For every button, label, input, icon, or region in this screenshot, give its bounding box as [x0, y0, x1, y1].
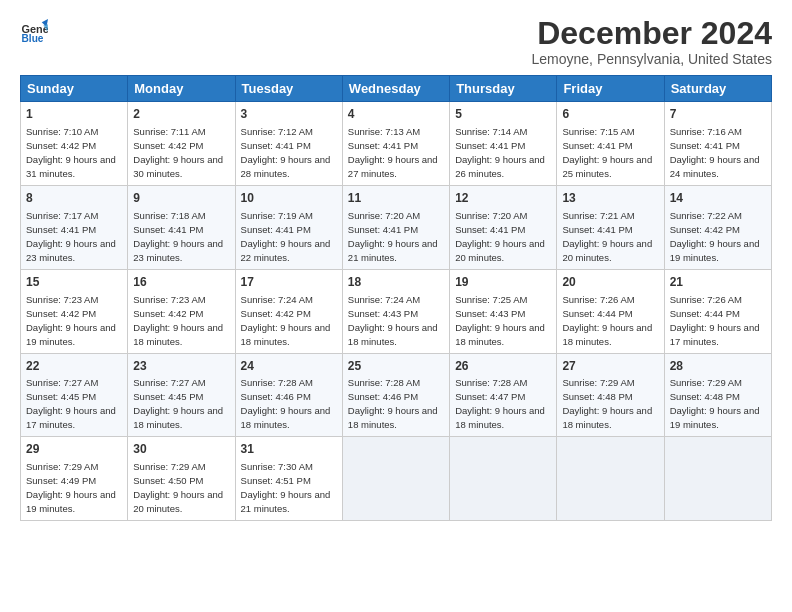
day-number: 3: [241, 106, 337, 123]
cell-0-3: 4Sunrise: 7:13 AMSunset: 4:41 PMDaylight…: [342, 102, 449, 186]
cell-sun-info: Sunrise: 7:27 AMSunset: 4:45 PMDaylight:…: [26, 377, 116, 430]
cell-0-1: 2Sunrise: 7:11 AMSunset: 4:42 PMDaylight…: [128, 102, 235, 186]
cell-1-5: 13Sunrise: 7:21 AMSunset: 4:41 PMDayligh…: [557, 185, 664, 269]
cell-sun-info: Sunrise: 7:28 AMSunset: 4:47 PMDaylight:…: [455, 377, 545, 430]
day-number: 25: [348, 358, 444, 375]
cell-sun-info: Sunrise: 7:17 AMSunset: 4:41 PMDaylight:…: [26, 210, 116, 263]
day-number: 12: [455, 190, 551, 207]
calendar-header: Sunday Monday Tuesday Wednesday Thursday…: [21, 76, 772, 102]
cell-3-1: 23Sunrise: 7:27 AMSunset: 4:45 PMDayligh…: [128, 353, 235, 437]
svg-text:Blue: Blue: [22, 33, 44, 44]
cell-3-0: 22Sunrise: 7:27 AMSunset: 4:45 PMDayligh…: [21, 353, 128, 437]
cell-sun-info: Sunrise: 7:18 AMSunset: 4:41 PMDaylight:…: [133, 210, 223, 263]
cell-sun-info: Sunrise: 7:29 AMSunset: 4:48 PMDaylight:…: [562, 377, 652, 430]
cell-sun-info: Sunrise: 7:21 AMSunset: 4:41 PMDaylight:…: [562, 210, 652, 263]
day-number: 24: [241, 358, 337, 375]
cell-sun-info: Sunrise: 7:26 AMSunset: 4:44 PMDaylight:…: [670, 294, 760, 347]
day-number: 29: [26, 441, 122, 458]
day-number: 8: [26, 190, 122, 207]
cell-sun-info: Sunrise: 7:16 AMSunset: 4:41 PMDaylight:…: [670, 126, 760, 179]
cell-sun-info: Sunrise: 7:22 AMSunset: 4:42 PMDaylight:…: [670, 210, 760, 263]
cell-sun-info: Sunrise: 7:15 AMSunset: 4:41 PMDaylight:…: [562, 126, 652, 179]
day-number: 14: [670, 190, 766, 207]
title-area: December 2024 Lemoyne, Pennsylvania, Uni…: [532, 16, 772, 67]
day-number: 23: [133, 358, 229, 375]
day-number: 4: [348, 106, 444, 123]
cell-3-2: 24Sunrise: 7:28 AMSunset: 4:46 PMDayligh…: [235, 353, 342, 437]
cell-sun-info: Sunrise: 7:23 AMSunset: 4:42 PMDaylight:…: [133, 294, 223, 347]
cell-sun-info: Sunrise: 7:26 AMSunset: 4:44 PMDaylight:…: [562, 294, 652, 347]
cell-sun-info: Sunrise: 7:20 AMSunset: 4:41 PMDaylight:…: [455, 210, 545, 263]
cell-4-5: [557, 437, 664, 521]
cell-sun-info: Sunrise: 7:29 AMSunset: 4:48 PMDaylight:…: [670, 377, 760, 430]
cell-sun-info: Sunrise: 7:29 AMSunset: 4:49 PMDaylight:…: [26, 461, 116, 514]
cell-1-4: 12Sunrise: 7:20 AMSunset: 4:41 PMDayligh…: [450, 185, 557, 269]
col-friday: Friday: [557, 76, 664, 102]
cell-4-6: [664, 437, 771, 521]
cell-4-2: 31Sunrise: 7:30 AMSunset: 4:51 PMDayligh…: [235, 437, 342, 521]
day-number: 28: [670, 358, 766, 375]
header: General Blue December 2024 Lemoyne, Penn…: [20, 16, 772, 67]
week-row-5: 29Sunrise: 7:29 AMSunset: 4:49 PMDayligh…: [21, 437, 772, 521]
cell-sun-info: Sunrise: 7:24 AMSunset: 4:42 PMDaylight:…: [241, 294, 331, 347]
cell-1-2: 10Sunrise: 7:19 AMSunset: 4:41 PMDayligh…: [235, 185, 342, 269]
day-number: 19: [455, 274, 551, 291]
cell-0-6: 7Sunrise: 7:16 AMSunset: 4:41 PMDaylight…: [664, 102, 771, 186]
cell-4-3: [342, 437, 449, 521]
col-sunday: Sunday: [21, 76, 128, 102]
day-number: 27: [562, 358, 658, 375]
cell-2-4: 19Sunrise: 7:25 AMSunset: 4:43 PMDayligh…: [450, 269, 557, 353]
cell-sun-info: Sunrise: 7:28 AMSunset: 4:46 PMDaylight:…: [241, 377, 331, 430]
cell-sun-info: Sunrise: 7:20 AMSunset: 4:41 PMDaylight:…: [348, 210, 438, 263]
day-number: 16: [133, 274, 229, 291]
cell-sun-info: Sunrise: 7:12 AMSunset: 4:41 PMDaylight:…: [241, 126, 331, 179]
cell-sun-info: Sunrise: 7:30 AMSunset: 4:51 PMDaylight:…: [241, 461, 331, 514]
day-number: 10: [241, 190, 337, 207]
cell-sun-info: Sunrise: 7:25 AMSunset: 4:43 PMDaylight:…: [455, 294, 545, 347]
cell-2-6: 21Sunrise: 7:26 AMSunset: 4:44 PMDayligh…: [664, 269, 771, 353]
day-number: 31: [241, 441, 337, 458]
day-number: 9: [133, 190, 229, 207]
day-number: 18: [348, 274, 444, 291]
col-monday: Monday: [128, 76, 235, 102]
day-number: 15: [26, 274, 122, 291]
cell-1-1: 9Sunrise: 7:18 AMSunset: 4:41 PMDaylight…: [128, 185, 235, 269]
day-number: 30: [133, 441, 229, 458]
day-number: 13: [562, 190, 658, 207]
week-row-4: 22Sunrise: 7:27 AMSunset: 4:45 PMDayligh…: [21, 353, 772, 437]
cell-3-4: 26Sunrise: 7:28 AMSunset: 4:47 PMDayligh…: [450, 353, 557, 437]
day-number: 22: [26, 358, 122, 375]
cell-sun-info: Sunrise: 7:10 AMSunset: 4:42 PMDaylight:…: [26, 126, 116, 179]
cell-4-1: 30Sunrise: 7:29 AMSunset: 4:50 PMDayligh…: [128, 437, 235, 521]
day-number: 5: [455, 106, 551, 123]
location: Lemoyne, Pennsylvania, United States: [532, 51, 772, 67]
cell-sun-info: Sunrise: 7:28 AMSunset: 4:46 PMDaylight:…: [348, 377, 438, 430]
logo-icon: General Blue: [20, 16, 48, 44]
day-number: 6: [562, 106, 658, 123]
calendar-table: Sunday Monday Tuesday Wednesday Thursday…: [20, 75, 772, 521]
cell-sun-info: Sunrise: 7:27 AMSunset: 4:45 PMDaylight:…: [133, 377, 223, 430]
cell-3-5: 27Sunrise: 7:29 AMSunset: 4:48 PMDayligh…: [557, 353, 664, 437]
cell-4-0: 29Sunrise: 7:29 AMSunset: 4:49 PMDayligh…: [21, 437, 128, 521]
cell-1-0: 8Sunrise: 7:17 AMSunset: 4:41 PMDaylight…: [21, 185, 128, 269]
col-wednesday: Wednesday: [342, 76, 449, 102]
col-saturday: Saturday: [664, 76, 771, 102]
cell-sun-info: Sunrise: 7:11 AMSunset: 4:42 PMDaylight:…: [133, 126, 223, 179]
cell-1-3: 11Sunrise: 7:20 AMSunset: 4:41 PMDayligh…: [342, 185, 449, 269]
cell-2-5: 20Sunrise: 7:26 AMSunset: 4:44 PMDayligh…: [557, 269, 664, 353]
calendar-body: 1Sunrise: 7:10 AMSunset: 4:42 PMDaylight…: [21, 102, 772, 521]
day-number: 7: [670, 106, 766, 123]
cell-0-2: 3Sunrise: 7:12 AMSunset: 4:41 PMDaylight…: [235, 102, 342, 186]
cell-2-3: 18Sunrise: 7:24 AMSunset: 4:43 PMDayligh…: [342, 269, 449, 353]
cell-3-3: 25Sunrise: 7:28 AMSunset: 4:46 PMDayligh…: [342, 353, 449, 437]
cell-1-6: 14Sunrise: 7:22 AMSunset: 4:42 PMDayligh…: [664, 185, 771, 269]
cell-sun-info: Sunrise: 7:13 AMSunset: 4:41 PMDaylight:…: [348, 126, 438, 179]
cell-0-4: 5Sunrise: 7:14 AMSunset: 4:41 PMDaylight…: [450, 102, 557, 186]
week-row-1: 1Sunrise: 7:10 AMSunset: 4:42 PMDaylight…: [21, 102, 772, 186]
month-title: December 2024: [532, 16, 772, 51]
col-tuesday: Tuesday: [235, 76, 342, 102]
week-row-2: 8Sunrise: 7:17 AMSunset: 4:41 PMDaylight…: [21, 185, 772, 269]
day-number: 26: [455, 358, 551, 375]
cell-3-6: 28Sunrise: 7:29 AMSunset: 4:48 PMDayligh…: [664, 353, 771, 437]
cell-sun-info: Sunrise: 7:14 AMSunset: 4:41 PMDaylight:…: [455, 126, 545, 179]
